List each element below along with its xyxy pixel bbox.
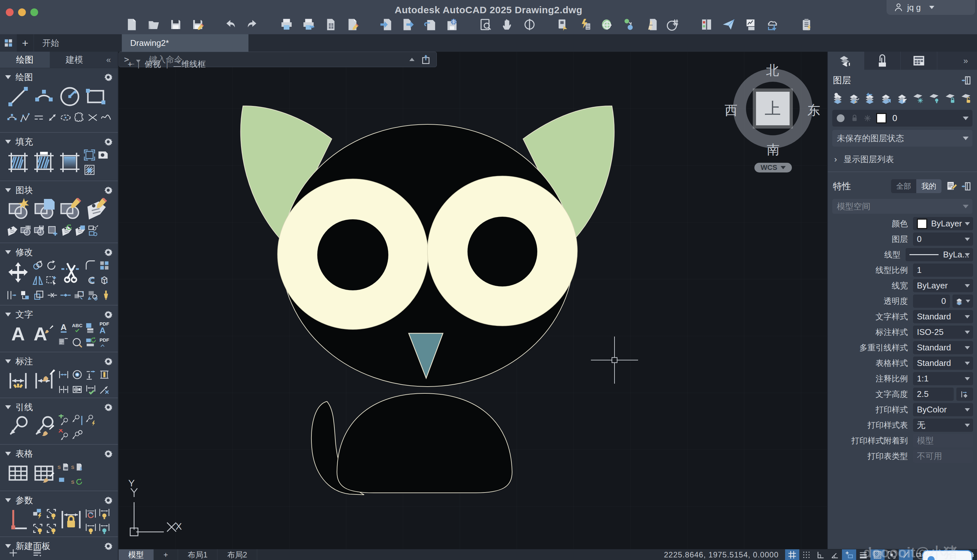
fillet-tool-icon[interactable] xyxy=(84,258,98,273)
tab-start[interactable]: 开始 xyxy=(34,34,122,52)
edit-properties-icon[interactable] xyxy=(946,180,958,192)
array-tool-icon[interactable] xyxy=(98,258,111,273)
osnap-toggle[interactable] xyxy=(842,549,856,560)
notification-bubble[interactable] xyxy=(922,550,972,560)
selection-cycling-button[interactable] xyxy=(556,17,570,32)
plot-style-table-select[interactable]: 无 xyxy=(913,418,973,432)
collapse-icon[interactable] xyxy=(5,405,11,409)
page-setup-button[interactable] xyxy=(345,17,360,32)
tab-layers[interactable] xyxy=(828,52,864,70)
collapse-icon[interactable] xyxy=(5,360,11,363)
single-line-text-icon[interactable]: A xyxy=(57,320,70,335)
table-export-icon[interactable]: S xyxy=(57,460,70,474)
layer-previous-icon[interactable] xyxy=(864,92,876,105)
image-tool-icon[interactable] xyxy=(96,148,110,162)
units-button[interactable] xyxy=(665,17,680,32)
remove-leader-icon[interactable] xyxy=(57,428,70,443)
collect-leaders-icon[interactable] xyxy=(70,428,84,443)
move-tool-icon[interactable] xyxy=(5,259,31,287)
layer-unlock-icon[interactable] xyxy=(960,92,972,105)
geographic-location-button[interactable] xyxy=(600,17,615,32)
tab-drawing2[interactable]: Drawing2* xyxy=(122,34,248,52)
save-button[interactable] xyxy=(168,17,183,32)
boundary-tool-icon[interactable] xyxy=(83,148,96,162)
multileader-style-brush-icon[interactable] xyxy=(31,413,57,440)
gradient-tool-icon[interactable] xyxy=(57,149,83,176)
pan-button[interactable] xyxy=(500,17,515,32)
layer-select-combo[interactable]: 0 xyxy=(832,110,972,127)
export-button[interactable] xyxy=(401,17,415,32)
pdf-text-recognize-icon[interactable]: PDF xyxy=(98,335,111,350)
plot-button[interactable] xyxy=(279,17,294,32)
text-align-icon[interactable] xyxy=(57,335,70,350)
tab-model[interactable]: 模型 xyxy=(118,549,154,560)
cat-drawing[interactable]: X Y xyxy=(118,52,827,549)
gear-icon[interactable] xyxy=(104,403,113,412)
linetype-scale-input[interactable]: 1 xyxy=(913,263,973,277)
gear-icon[interactable] xyxy=(104,73,113,82)
ellipse-tool-icon[interactable] xyxy=(59,110,73,125)
polyline-tool-icon[interactable] xyxy=(19,110,32,125)
layer-match-icon[interactable] xyxy=(849,92,860,105)
revision-cloud-tool-icon[interactable] xyxy=(72,110,86,125)
wcs-menu[interactable]: WCS xyxy=(754,163,792,172)
ordinate-dimension-icon[interactable] xyxy=(84,367,98,382)
layer-color-swatch[interactable] xyxy=(876,113,887,123)
dimension-check-icon[interactable] xyxy=(84,382,98,397)
transparency-layer-button[interactable] xyxy=(952,295,973,308)
tab-modeling[interactable]: 建模 xyxy=(50,52,100,68)
text-update-icon[interactable] xyxy=(84,335,98,350)
properties-palette-button[interactable] xyxy=(699,17,714,32)
tab-layout2[interactable]: 布局2 xyxy=(217,549,257,560)
collapse-icon[interactable] xyxy=(5,452,11,456)
lineweight-select[interactable]: ByLayer xyxy=(913,279,973,292)
dimension-tool-icon[interactable] xyxy=(5,367,31,394)
scale-tool-icon[interactable] xyxy=(32,288,45,303)
plot-preview-button[interactable] xyxy=(323,17,338,32)
color-select[interactable]: ByLayer xyxy=(913,217,973,230)
3d-operations-tool-icon[interactable] xyxy=(98,273,111,288)
break-tool-icon[interactable] xyxy=(45,288,59,303)
save-as-button[interactable] xyxy=(190,17,205,32)
layer-walk-icon[interactable] xyxy=(832,92,844,105)
open-button[interactable] xyxy=(146,17,161,32)
hatch-tool2-icon[interactable] xyxy=(31,149,57,176)
hatch-edit-tool-icon[interactable] xyxy=(83,162,96,177)
tolerance-icon[interactable] xyxy=(70,382,84,397)
table-style-select[interactable]: Standard xyxy=(913,357,973,370)
snap-toggle[interactable] xyxy=(799,549,814,560)
app-grid-button[interactable] xyxy=(0,34,17,52)
pick-height-button[interactable] xyxy=(956,388,973,401)
offset-tool-icon[interactable] xyxy=(84,273,98,288)
collapse-palette-button[interactable]: « xyxy=(99,52,118,68)
stretch-tool-icon[interactable] xyxy=(5,288,19,303)
show-layer-list[interactable]: › 显示图层列表 xyxy=(828,150,977,169)
overkill-tool-icon[interactable] xyxy=(99,288,113,303)
table-sync-icon[interactable]: S xyxy=(70,474,84,489)
undo-button[interactable] xyxy=(223,17,238,32)
transparency-input[interactable]: 0 xyxy=(913,295,950,308)
add-leader-icon[interactable] xyxy=(57,413,70,428)
layer-unisolate-icon[interactable] xyxy=(897,92,909,105)
table-download-icon[interactable]: S xyxy=(70,460,84,474)
attach-button[interactable] xyxy=(423,17,437,32)
collapse-icon[interactable] xyxy=(5,498,11,502)
mleader-style-select[interactable]: Standard xyxy=(913,341,973,354)
gear-icon[interactable] xyxy=(104,496,113,505)
more-tabs-button[interactable]: » xyxy=(954,52,977,70)
tab-attach[interactable] xyxy=(864,52,901,70)
grid-toggle[interactable] xyxy=(785,549,799,560)
text-style-select[interactable]: Standard xyxy=(913,310,973,323)
hatch-tool-icon[interactable] xyxy=(5,149,31,176)
purge-button[interactable] xyxy=(644,17,659,32)
dim-style-select[interactable]: ISO-25 xyxy=(913,325,973,339)
arc-3point-tool-icon[interactable] xyxy=(5,110,19,125)
new-drawing-button[interactable] xyxy=(124,17,139,32)
layer-lock-icon[interactable] xyxy=(945,92,957,105)
align-leaders-icon[interactable] xyxy=(70,413,84,428)
annotation-scale-select[interactable]: 1:1 xyxy=(913,372,973,385)
gear-icon[interactable] xyxy=(104,248,113,257)
polar-tracking-toggle[interactable] xyxy=(828,549,842,560)
point-style-button[interactable] xyxy=(622,17,637,32)
transparency-toggle[interactable] xyxy=(870,549,885,560)
